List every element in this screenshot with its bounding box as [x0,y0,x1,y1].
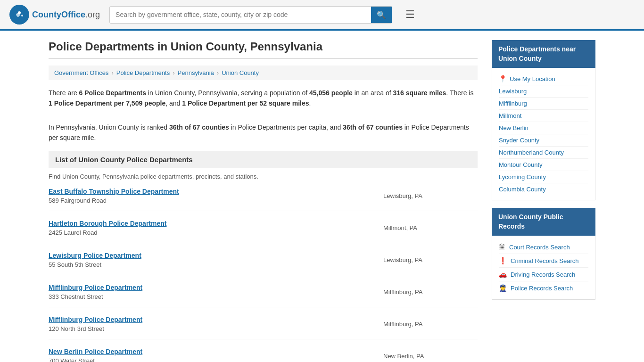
breadcrumb-sep-1: › [111,69,113,76]
breadcrumb: Government Offices › Police Departments … [49,66,478,80]
pr-icon-2: 🚗 [499,271,507,278]
public-records-links-container: 🏛Court Records Search❗Criminal Records S… [499,240,588,295]
public-records-link-3[interactable]: 👮Police Records Search [499,281,588,295]
nearby-links-container: LewisburgMifflinburgMillmontNew BerlinSn… [499,85,588,195]
use-location-label: Use My Location [510,75,555,82]
public-records-link-2[interactable]: 🚗Driving Records Search [499,268,588,281]
dept-city-5: New Berlin, PA [383,353,424,360]
dept-name-4[interactable]: Mifflinburg Police Department [49,316,379,323]
table-row: Lewisburg Police Department 55 South 5th… [49,252,478,275]
department-list: East Buffalo Township Police Department … [49,188,478,362]
nearby-section: Police Departments near Union County 📍 U… [492,40,595,200]
nearby-link-5[interactable]: Northumberland County [499,147,588,159]
public-records-link-0[interactable]: 🏛Court Records Search [499,240,588,254]
pr-label-2: Driving Records Search [511,271,575,278]
pr-label-0: Court Records Search [509,244,570,251]
breadcrumb-sep-2: › [173,69,174,76]
search-input[interactable] [110,7,371,22]
nearby-link-1[interactable]: Mifflinburg [499,98,588,110]
nearby-link-0[interactable]: Lewisburg [499,85,588,98]
use-my-location[interactable]: 📍 Use My Location [499,73,588,85]
header: CountyOffice.org 🔍 ☰ [0,0,644,31]
nearby-link-4[interactable]: Snyder County [499,134,588,147]
nearby-link-3[interactable]: New Berlin [499,122,588,134]
table-row: East Buffalo Township Police Department … [49,188,478,211]
public-records-section: Union County Public Records 🏛Court Recor… [492,208,595,300]
pr-label-3: Police Records Search [511,285,573,292]
search-button[interactable]: 🔍 [371,7,392,23]
breadcrumb-item-2[interactable]: Police Departments [116,69,170,76]
content-area: Police Departments in Union County, Penn… [49,40,478,362]
breadcrumb-item-1[interactable]: Government Offices [54,69,108,76]
breadcrumb-item-3[interactable]: Pennsylvania [178,69,214,76]
table-row: Mifflinburg Police Department 120 North … [49,316,478,339]
dept-city-1: Millmont, PA [383,224,417,231]
logo-text: CountyOffice.org [32,10,100,20]
dept-address-5: 700 Water Street [49,357,379,362]
breadcrumb-item-4[interactable]: Union County [222,69,259,76]
pr-icon-0: 🏛 [499,243,505,251]
nearby-link-6[interactable]: Montour County [499,159,588,171]
ranking-text: In Pennsylvania, Union County is ranked … [49,122,478,143]
dept-city-3: Mifflinburg, PA [383,288,422,296]
public-records-link-1[interactable]: ❗Criminal Records Search [499,254,588,268]
nearby-body: 📍 Use My Location LewisburgMifflinburgMi… [492,68,595,200]
location-icon: 📍 [499,75,507,82]
dept-name-1[interactable]: Hartleton Borough Police Department [49,220,379,227]
pr-label-1: Criminal Records Search [511,257,579,264]
main-layout: Police Departments in Union County, Penn… [39,31,605,362]
dept-address-2: 55 South 5th Street [49,261,379,268]
dept-city-2: Lewisburg, PA [383,256,422,263]
dept-name-5[interactable]: New Berlin Police Department [49,348,379,355]
list-description: Find Union County, Pennsylvania police d… [49,173,478,180]
dept-name-2[interactable]: Lewisburg Police Department [49,252,379,259]
dept-address-0: 589 Fairground Road [49,197,379,204]
sidebar: Police Departments near Union County 📍 U… [492,40,595,362]
dept-name-3[interactable]: Mifflinburg Police Department [49,284,379,291]
public-records-header: Union County Public Records [492,208,595,236]
dept-address-3: 333 Chestnut Street [49,293,379,300]
table-row: New Berlin Police Department 700 Water S… [49,348,478,362]
search-container: 🔍 [109,6,392,24]
svg-point-1 [18,11,21,14]
svg-point-2 [21,15,23,16]
nearby-link-2[interactable]: Millmont [499,110,588,122]
dept-address-4: 120 North 3rd Street [49,325,379,332]
nearby-header: Police Departments near Union County [492,40,595,68]
pr-icon-1: ❗ [499,257,507,264]
dept-city-0: Lewisburg, PA [383,192,422,199]
list-header: List of Union County Police Departments [49,151,478,168]
info-text: There are 6 Police Departments in Union … [49,88,478,109]
nearby-link-7[interactable]: Lycoming County [499,171,588,183]
menu-button[interactable]: ☰ [402,7,419,23]
dept-city-4: Mifflinburg, PA [383,321,422,328]
dept-name-0[interactable]: East Buffalo Township Police Department [49,188,379,195]
nearby-link-8[interactable]: Columbia County [499,183,588,195]
dept-address-1: 2425 Laurel Road [49,229,379,236]
pr-icon-3: 👮 [499,284,507,292]
page-title: Police Departments in Union County, Penn… [49,40,478,59]
table-row: Mifflinburg Police Department 333 Chestn… [49,284,478,307]
logo[interactable]: CountyOffice.org [9,5,100,25]
table-row: Hartleton Borough Police Department 2425… [49,220,478,243]
logo-icon [9,5,29,25]
breadcrumb-sep-3: › [217,69,219,76]
public-records-body: 🏛Court Records Search❗Criminal Records S… [492,236,595,300]
